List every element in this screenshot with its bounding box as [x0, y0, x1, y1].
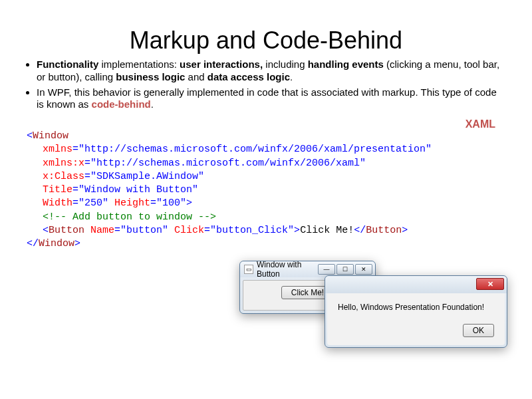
code-line: Width="250" Height="100">: [27, 197, 532, 210]
code-attr: Click: [174, 225, 204, 236]
code-line: <Button Name="button" Click="button_Clic…: [27, 224, 532, 237]
code-attr: x:Class: [43, 171, 84, 182]
code-val: ="button": [114, 225, 174, 236]
code-punct: >: [74, 238, 80, 249]
minimize-button[interactable]: —: [318, 264, 335, 275]
code-tag: Window: [33, 130, 68, 142]
code-line: <!-- Add button to window -->: [27, 211, 532, 224]
titlebar[interactable]: ✕: [325, 276, 507, 293]
text: .: [290, 71, 293, 82]
close-button[interactable]: ✕: [355, 264, 372, 275]
bullet-list: Functionality implementations: user inte…: [37, 59, 505, 111]
bullet-1: Functionality implementations: user inte…: [37, 59, 505, 84]
code-attr: Name: [90, 225, 114, 236]
code-attr: Width: [43, 198, 72, 209]
bullet-2: In WPF, this behavior is generally imple…: [37, 86, 505, 112]
code-attr: Title: [43, 184, 72, 196]
text: and: [185, 71, 207, 82]
xaml-label: XAML: [466, 118, 495, 130]
code-punct: >: [186, 198, 192, 209]
code-line: x:Class="SDKSample.AWindow": [27, 170, 532, 184]
code-block: <Window xmlns="http://schemas.microsoft.…: [27, 130, 532, 251]
text: implementations:: [98, 59, 180, 70]
code-val: ="http://schemas.microsoft.com/winfx/200…: [84, 158, 366, 169]
message-box: ✕ Hello, Windows Presentation Foundation…: [325, 275, 507, 348]
code-val: ="http://schemas.microsoft.com/winfx/200…: [72, 144, 432, 155]
code-line: xmlns="http://schemas.microsoft.com/winf…: [27, 143, 532, 156]
window-title: Window with Button: [257, 260, 318, 279]
code-val: ="250": [72, 198, 114, 209]
code-punct: </: [27, 238, 39, 249]
text: .: [151, 98, 154, 110]
code-comment: <!-- Add button to window -->: [43, 211, 216, 223]
text-bold: handling events: [308, 59, 384, 70]
slide-title: Markup and Code-Behind: [0, 27, 532, 55]
close-button[interactable]: ✕: [476, 278, 504, 290]
code-punct: <: [43, 225, 49, 236]
code-val: ="button_Click": [204, 225, 294, 236]
code-attr: xmlns:x: [43, 158, 84, 169]
ok-button[interactable]: OK: [463, 324, 494, 337]
code-line: xmlns:x="http://schemas.microsoft.com/wi…: [27, 157, 532, 170]
code-punct: >: [402, 225, 408, 236]
code-line: </Window>: [27, 237, 532, 251]
code-punct: <: [27, 130, 33, 142]
code-punct: >: [294, 225, 300, 236]
text-bold: Functionality: [37, 59, 98, 70]
text-bold: data access logic: [207, 71, 290, 82]
text: including: [263, 59, 308, 70]
code-attr: xmlns: [43, 144, 72, 155]
message-body: Hello, Windows Presentation Foundation! …: [327, 293, 505, 345]
text-bold: user interactions,: [180, 59, 263, 70]
code-punct: </: [354, 225, 366, 236]
code-text: Click Me!: [300, 225, 354, 236]
text-bold: business logic: [116, 71, 185, 82]
window-icon: ▭: [244, 265, 253, 274]
text-emphasis: code-behind: [92, 98, 151, 110]
code-attr: Height: [114, 198, 150, 209]
maximize-button[interactable]: ☐: [336, 264, 354, 275]
code-line: Title="Window with Button": [27, 184, 532, 197]
code-tag: Button: [49, 225, 90, 236]
message-text: Hello, Windows Presentation Foundation!: [338, 303, 494, 312]
code-val: ="SDKSample.AWindow": [84, 171, 204, 182]
code-line: <Window: [27, 130, 532, 143]
code-val: ="100": [150, 198, 186, 209]
code-val: ="Window with Button": [72, 184, 198, 196]
code-tag: Button: [366, 225, 402, 236]
code-tag: Window: [39, 238, 74, 249]
